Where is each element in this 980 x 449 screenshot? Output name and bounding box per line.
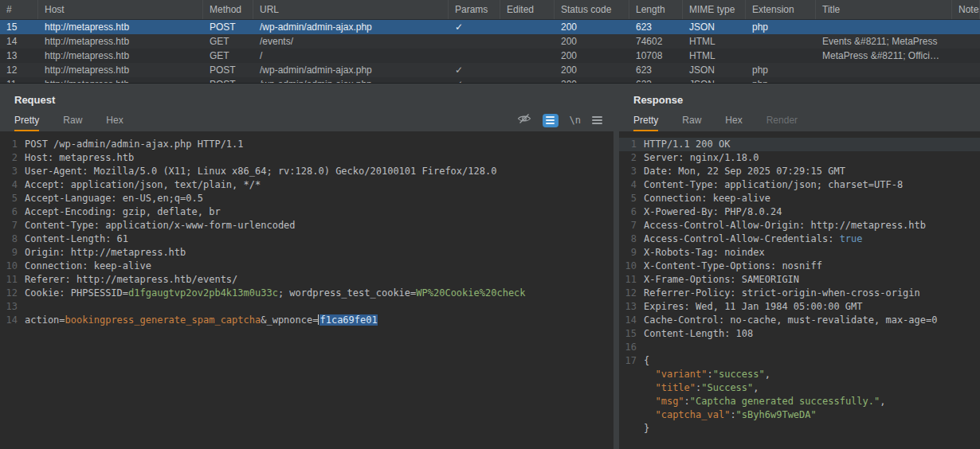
column-header-params[interactable]: Params	[449, 0, 500, 19]
tab-hex[interactable]: Hex	[106, 115, 123, 131]
cell-host: http://metapress.htb	[38, 34, 203, 49]
code-text: X-Frame-Options: SAMEORIGIN	[644, 273, 799, 287]
tab-raw[interactable]: Raw	[63, 115, 82, 131]
hide-icon[interactable]	[517, 113, 531, 127]
line-number: 17	[619, 354, 644, 368]
tab-pretty[interactable]: Pretty	[633, 115, 658, 131]
table-row[interactable]: 11http://metapress.htbPOST/wp-admin/admi…	[0, 77, 980, 84]
request-tabbar: PrettyRawHex \n	[0, 110, 613, 131]
cell-status: 200	[555, 63, 629, 77]
code-line: 12Referrer-Policy: strict-origin-when-cr…	[619, 287, 980, 300]
response-editor[interactable]: 1HTTP/1.1 200 OK2Server: nginx/1.18.03Da…	[619, 131, 980, 449]
code-token: X-Frame-Options: SAMEORIGIN	[644, 274, 799, 285]
cell-params: ✓	[449, 77, 500, 84]
code-token: "captcha_val"	[655, 409, 730, 420]
code-line: "captcha_val":"sByh6w9TweDA"	[619, 408, 980, 422]
column-header-length[interactable]: Length	[629, 0, 683, 19]
column-header-num[interactable]: #	[0, 0, 38, 19]
line-number: 1	[619, 138, 644, 151]
line-number: 9	[619, 246, 644, 260]
code-text: Expires: Wed, 11 Jan 1984 05:00:00 GMT	[644, 300, 863, 314]
code-text: Content-Length: 108	[644, 327, 753, 341]
cell-host: http://metapress.htb	[38, 63, 203, 77]
pretty-print-toggle-icon[interactable]	[543, 114, 559, 127]
column-header-method[interactable]: Method	[203, 0, 253, 19]
column-header-mime[interactable]: MIME type	[683, 0, 746, 19]
line-number: 7	[619, 219, 644, 232]
column-header-host[interactable]: Host	[38, 0, 203, 19]
cell-mime: JSON	[683, 77, 746, 84]
code-text: "variant":"success",	[644, 368, 770, 381]
code-text: Host: metapress.htb	[25, 151, 134, 165]
cell-title	[816, 63, 952, 77]
code-text: Connection: keep-alive	[25, 260, 151, 273]
panel-splitter[interactable]	[613, 84, 619, 449]
code-text: action=bookingpress_generate_spam_captch…	[25, 314, 378, 327]
line-number: 3	[0, 165, 25, 178]
cell-num: 13	[0, 49, 38, 63]
code-token	[644, 369, 655, 380]
cell-title	[816, 77, 952, 84]
line-number: 12	[619, 287, 644, 300]
code-text: POST /wp-admin/admin-ajax.php HTTP/1.1	[25, 138, 244, 151]
line-number: 11	[619, 273, 644, 287]
cell-num: 14	[0, 34, 38, 49]
code-token: Origin: http://metapress.htb	[25, 247, 186, 258]
line-number: 11	[0, 273, 25, 287]
code-text: "msg":"Captcha generated successfully.",	[644, 395, 885, 408]
cell-title	[816, 20, 952, 34]
table-body: 15http://metapress.htbPOST/wp-admin/admi…	[0, 20, 980, 84]
cell-edited	[500, 63, 555, 77]
table-row[interactable]: 14http://metapress.htbGET/events/2007460…	[0, 34, 980, 49]
column-header-url[interactable]: URL	[253, 0, 449, 19]
tab-hex[interactable]: Hex	[725, 115, 742, 131]
cell-method: POST	[203, 63, 253, 77]
line-number	[619, 381, 644, 395]
line-number: 16	[619, 341, 644, 354]
code-token: &_wpnonce=	[261, 314, 318, 326]
code-token: d1fgaugtvp2ov2pb4k13m0u33c	[128, 287, 278, 299]
cell-host: http://metapress.htb	[38, 49, 203, 63]
code-line: "msg":"Captcha generated successfully.",	[619, 395, 980, 408]
line-number	[619, 395, 644, 408]
cell-mime: JSON	[683, 20, 746, 34]
code-token: "Success"	[701, 382, 753, 393]
column-header-notes[interactable]: Notes	[952, 0, 980, 19]
code-text: "captcha_val":"sByh6w9TweDA"	[644, 408, 817, 422]
code-line: 11X-Frame-Options: SAMEORIGIN	[619, 273, 980, 287]
code-text: }	[644, 422, 649, 435]
line-number: 14	[619, 314, 644, 327]
editor-menu-icon[interactable]	[592, 116, 602, 124]
response-panel-title: Response	[619, 84, 980, 110]
cell-notes	[952, 77, 980, 84]
table-row[interactable]: 12http://metapress.htbPOST/wp-admin/admi…	[0, 63, 980, 77]
code-text: X-Powered-By: PHP/8.0.24	[644, 205, 782, 219]
table-row[interactable]: 15http://metapress.htbPOST/wp-admin/admi…	[0, 20, 980, 34]
code-text: Access-Control-Allow-Credentials: true	[644, 232, 863, 246]
line-number: 7	[0, 219, 25, 232]
line-number: 6	[0, 205, 25, 219]
tab-raw[interactable]: Raw	[682, 115, 701, 131]
code-token: Host: metapress.htb	[25, 152, 134, 163]
request-toolbar: \n	[517, 113, 602, 131]
code-line: 1POST /wp-admin/admin-ajax.php HTTP/1.1	[0, 138, 613, 151]
column-header-status[interactable]: Status code	[555, 0, 629, 19]
request-editor[interactable]: 1POST /wp-admin/admin-ajax.php HTTP/1.12…	[0, 131, 613, 449]
response-panel: Response PrettyRawHexRender 1HTTP/1.1 20…	[619, 84, 980, 449]
cell-method: POST	[203, 20, 253, 34]
table-row[interactable]: 13http://metapress.htbGET/20010708HTMLMe…	[0, 49, 980, 63]
cell-host: http://metapress.htb	[38, 20, 203, 34]
cell-mime: HTML	[683, 49, 746, 63]
code-line: 6X-Powered-By: PHP/8.0.24	[619, 205, 980, 219]
column-header-edited[interactable]: Edited	[500, 0, 555, 19]
code-token: bookingpress_generate_spam_captcha	[65, 314, 261, 326]
column-header-extension[interactable]: Extension	[746, 0, 816, 19]
tab-render: Render	[766, 115, 798, 131]
code-token: Content-Length: 61	[25, 233, 128, 244]
tab-pretty[interactable]: Pretty	[14, 115, 39, 131]
cell-method: POST	[203, 77, 253, 84]
newline-toggle-icon[interactable]: \n	[570, 115, 581, 126]
code-token: true	[840, 233, 863, 244]
code-line: 8Access-Control-Allow-Credentials: true	[619, 232, 980, 246]
column-header-title[interactable]: Title	[816, 0, 952, 19]
